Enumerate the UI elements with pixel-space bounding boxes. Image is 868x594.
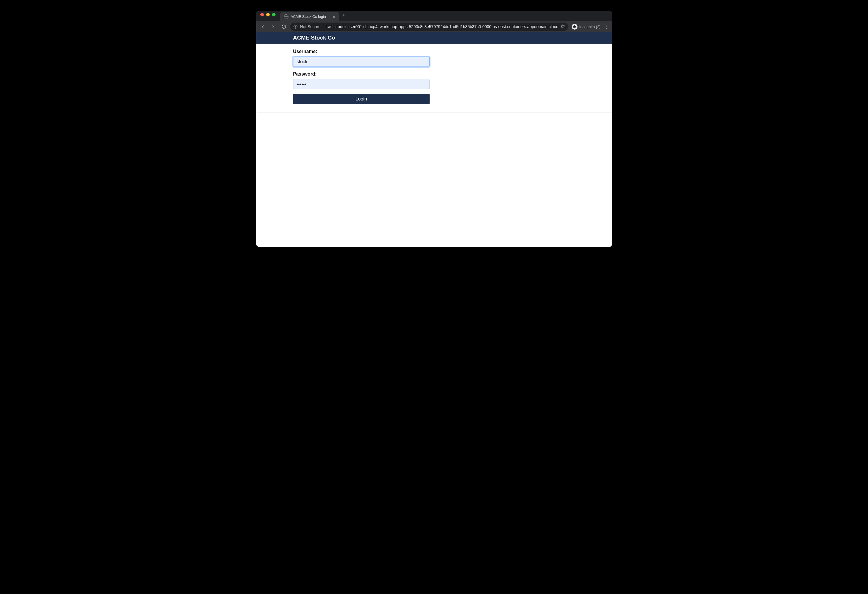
tab-title: ACME Stock Co login: [291, 15, 330, 19]
globe-icon: [284, 14, 288, 19]
incognito-icon: [572, 24, 577, 30]
url-host: tradr-trader-user001.djc-icp4i-workshop-…: [326, 24, 558, 29]
tab-strip: ACME Stock Co login × +: [256, 11, 612, 21]
toolbar-right: Incognito (2): [570, 23, 610, 31]
not-secure-label: Not Secure: [300, 24, 321, 29]
maximize-window-button[interactable]: [272, 13, 276, 16]
divider-line: [256, 112, 612, 112]
back-button[interactable]: [258, 22, 267, 31]
login-button[interactable]: Login: [293, 94, 430, 104]
password-label: Password:: [293, 71, 428, 77]
new-tab-button[interactable]: +: [339, 12, 349, 20]
brand-title: ACME Stock Co: [293, 35, 335, 41]
forward-button[interactable]: [269, 22, 278, 31]
window-controls: [259, 13, 279, 19]
username-group: Username:: [293, 49, 428, 67]
app-navbar: ACME Stock Co: [256, 32, 612, 44]
login-form: Username: Password: Login: [256, 44, 428, 104]
password-input[interactable]: [293, 79, 430, 89]
divider: [323, 24, 323, 29]
browser-window: ACME Stock Co login × + Not Secure: [256, 11, 612, 247]
username-label: Username:: [293, 49, 428, 54]
incognito-indicator[interactable]: Incognito (2): [570, 24, 601, 30]
address-bar[interactable]: Not Secure tradr-trader-user001.djc-icp4…: [290, 22, 568, 31]
browser-tab[interactable]: ACME Stock Co login ×: [280, 12, 339, 21]
svg-point-6: [575, 27, 576, 28]
browser-toolbar: Not Secure tradr-trader-user001.djc-icp4…: [256, 21, 612, 32]
svg-marker-3: [561, 24, 565, 28]
minimize-window-button[interactable]: [266, 13, 270, 16]
password-group: Password:: [293, 71, 428, 89]
browser-menu-button[interactable]: [604, 23, 610, 31]
incognito-label: Incognito (2): [579, 25, 600, 29]
username-input[interactable]: [293, 56, 430, 67]
url-text: tradr-trader-user001.djc-icp4i-workshop-…: [326, 24, 558, 29]
info-icon: [293, 24, 298, 29]
page-content: ACME Stock Co Username: Password: Login: [256, 32, 612, 247]
bookmark-star-icon[interactable]: [561, 24, 565, 30]
reload-button[interactable]: [280, 22, 288, 31]
close-window-button[interactable]: [260, 13, 264, 16]
svg-point-2: [295, 26, 295, 26]
browser-chrome: ACME Stock Co login × + Not Secure: [256, 11, 612, 32]
svg-point-5: [573, 27, 574, 28]
close-tab-button[interactable]: ×: [332, 14, 336, 20]
